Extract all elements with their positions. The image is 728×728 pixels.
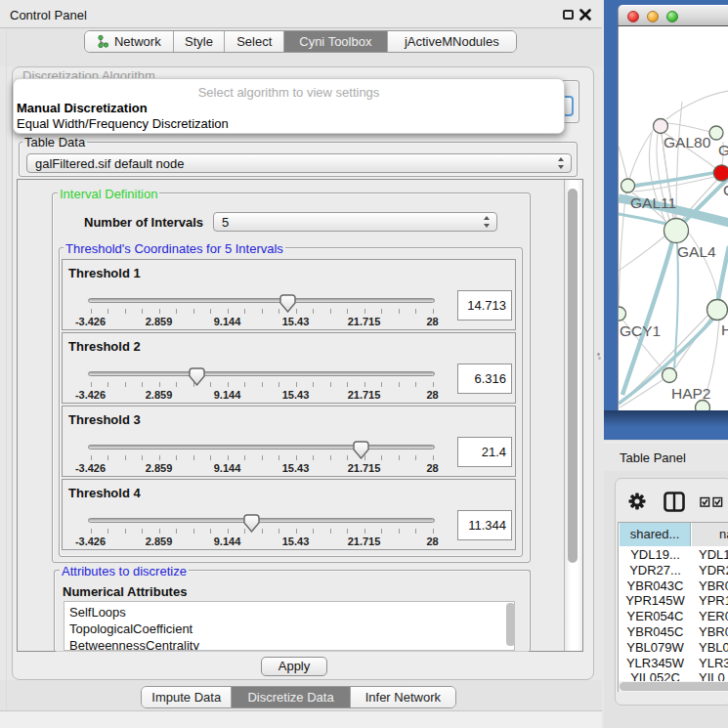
svg-text:HAP2: HAP2 [671,385,711,402]
svg-text:HI: HI [721,321,728,338]
svg-text:GAL11: GAL11 [630,194,676,211]
svg-text:GAL80: GAL80 [664,134,711,150]
svg-text:GAL4: GAL4 [677,243,716,260]
svg-text:CY: CY [723,182,728,198]
svg-text:GCY1: GCY1 [620,322,661,339]
svg-text:GA: GA [718,142,728,158]
